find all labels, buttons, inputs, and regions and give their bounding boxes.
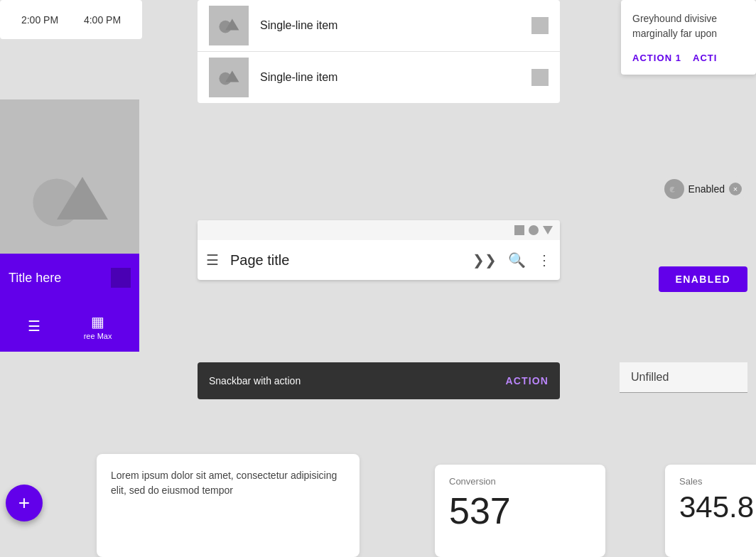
nav-icon-1: ☰	[28, 318, 40, 335]
card-sales: Sales 345.8	[665, 465, 756, 557]
tooltip-action-2[interactable]: ACTI	[693, 53, 718, 63]
list-item-1: Single-line item	[198, 0, 560, 52]
nav-item-2[interactable]: ▦ ree Max	[84, 313, 112, 340]
handle-rect	[514, 225, 524, 235]
list-item-1-text: Single-line item	[260, 19, 531, 32]
chip-close-icon[interactable]: ×	[729, 183, 742, 195]
fab-button[interactable]: +	[6, 485, 43, 521]
list-component: Single-line item Single-line item	[198, 0, 560, 103]
tooltip-text: Greyhound divisive marginally far upon	[632, 11, 745, 41]
time-1: 2:00 PM	[21, 14, 58, 26]
time-bar: 2:00 PM 4:00 PM	[0, 0, 142, 39]
nav-strip: ☰ ▦ ree Max	[0, 302, 139, 352]
app-bar: ☰ Page title ❯❯ 🔍 ⋮	[198, 220, 560, 280]
list-action-1	[531, 17, 549, 34]
list-item-2-text: Single-line item	[260, 71, 531, 84]
tooltip-actions: ACTION 1 ACTI	[632, 53, 745, 63]
conversion-value: 537	[449, 492, 591, 529]
nav-label-2: ree Max	[84, 332, 112, 340]
title-bar-text: Title here	[9, 271, 61, 286]
handle-circle	[529, 225, 539, 235]
list-item-2: Single-line item	[198, 52, 560, 103]
card-lorem-text: Lorem ipsum dolor sit amet, consectetur …	[111, 468, 345, 498]
fab-plus-icon: +	[18, 492, 30, 514]
tooltip-card: Greyhound divisive marginally far upon A…	[621, 0, 756, 75]
chip-label: Enabled	[688, 183, 725, 195]
title-bar-rect	[111, 268, 131, 288]
search-icon[interactable]: 🔍	[508, 252, 526, 269]
enabled-chip[interactable]: Enabled ×	[662, 176, 747, 202]
handle-triangle	[543, 226, 553, 234]
nav-icon-2: ▦	[91, 313, 104, 330]
enabled-button[interactable]: ENABLED	[659, 266, 747, 292]
snackbar-action-button[interactable]: ACTION	[506, 375, 549, 386]
app-bar-title: Page title	[230, 252, 472, 269]
list-thumb-1	[209, 6, 249, 45]
sales-value: 345.8	[679, 492, 742, 522]
share-icon[interactable]: ❯❯	[472, 252, 497, 269]
hamburger-icon[interactable]: ☰	[206, 252, 219, 269]
card-lorem: Lorem ipsum dolor sit amet, consectetur …	[97, 454, 360, 557]
sales-label: Sales	[679, 476, 742, 487]
card-conversion: Conversion 537	[435, 465, 605, 557]
app-bar-content: ☰ Page title ❯❯ 🔍 ⋮	[198, 240, 560, 280]
snackbar-message: Snackbar with action	[209, 375, 506, 386]
more-vert-icon[interactable]: ⋮	[537, 252, 551, 269]
chip-avatar	[664, 179, 684, 199]
list-action-2	[531, 69, 549, 86]
time-2: 4:00 PM	[84, 14, 121, 26]
snackbar: Snackbar with action ACTION	[198, 362, 560, 399]
conversion-label: Conversion	[449, 476, 591, 487]
tooltip-action-1[interactable]: ACTION 1	[632, 53, 681, 63]
unfilled-input[interactable]: Unfilled	[620, 362, 747, 393]
list-thumb-2	[209, 58, 249, 97]
title-bar: Title here	[0, 254, 139, 302]
nav-item-1[interactable]: ☰	[28, 318, 40, 336]
app-bar-icons: ❯❯ 🔍 ⋮	[472, 252, 551, 269]
app-bar-handle	[198, 220, 560, 240]
